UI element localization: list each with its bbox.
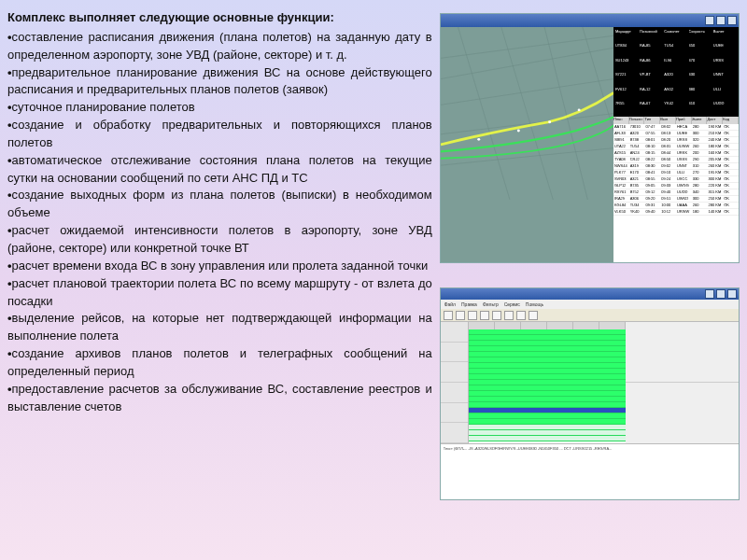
radar-callsign-panel: МаршрутПозывнойСамолетСкоростьВылетUT834… [613,27,739,117]
bullet-item: суточное планирование полетов [7,99,432,117]
window-titlebar [441,288,739,300]
screenshots-column: МаршрутПозывнойСамолетСкоростьВылетUT834… [440,9,740,551]
toolbar-button [456,311,465,320]
toolbar-button [480,311,489,320]
toolbar-button [444,311,453,320]
minimize-icon [705,16,714,25]
toolbar-button [492,311,501,320]
svg-line-5 [458,27,510,200]
close-icon [727,289,737,299]
bullet-item: предоставление расчетов за обслуживание … [7,381,432,416]
fpl-table [469,322,626,443]
bullet-item: расчет плановой траектории полета ВС по … [7,275,432,311]
screenshot-radar-app: МаршрутПозывнойСамолетСкоростьВылетUT834… [440,13,740,263]
toolbar-button [504,311,514,320]
menu-bar: ФайлПравкаФильтрСервисПомощь [441,300,739,309]
svg-line-2 [441,79,613,105]
bullet-item: предварительное планирование движения ВС… [7,64,432,100]
radar-map [441,27,613,262]
screenshot-fpl-app: ФайлПравкаФильтрСервисПомощь [440,287,740,500]
maximize-icon [716,289,726,299]
sidebar [441,322,469,443]
text-column: Комплекс выполняет следующие основные фу… [7,9,432,551]
svg-line-6 [501,27,554,200]
svg-point-11 [548,120,551,123]
bullet-item: составление расписания движения (плана п… [7,29,432,64]
toolbar-button [516,311,526,320]
heading: Комплекс выполняет следующие основные фу… [7,9,432,27]
close-icon [727,16,737,25]
bullet-item: расчет ожидаемой интенсивности полетов в… [7,222,432,258]
toolbar-button [468,311,477,320]
svg-line-1 [441,48,613,78]
bullet-item: создание выходных форм из плана полетов … [7,187,432,222]
bullet-item: расчет времени входа ВС в зону управлени… [7,258,432,275]
bullets-list: составление расписания движения (плана п… [7,29,432,416]
bullet-item: создание архивов планов полетов и телегр… [7,345,432,381]
message-text-pane: Текст (ФПЛ-... -IS -A320/M-SDFGHIRWY/S -… [441,443,739,499]
minimize-icon [705,289,714,299]
bullet-item: автоматическое отслеживание состояния пл… [7,152,432,188]
window-titlebar [441,14,739,27]
svg-line-3 [441,114,613,134]
svg-point-10 [517,130,520,133]
svg-line-0 [441,35,613,58]
toolbar-button [529,311,538,320]
svg-point-9 [477,138,480,141]
bullet-item: выделение рейсов, на которые нет подтвер… [7,310,432,345]
svg-point-12 [577,108,580,111]
toolbar [441,309,739,322]
bullet-item: создание и обработку предварительных и п… [7,117,432,152]
maximize-icon [716,16,726,25]
detail-panels [626,322,740,443]
svg-line-7 [544,27,587,200]
flight-table: ПланПозывнТипВылПрибЭшелДистКод AA716730… [613,117,739,262]
